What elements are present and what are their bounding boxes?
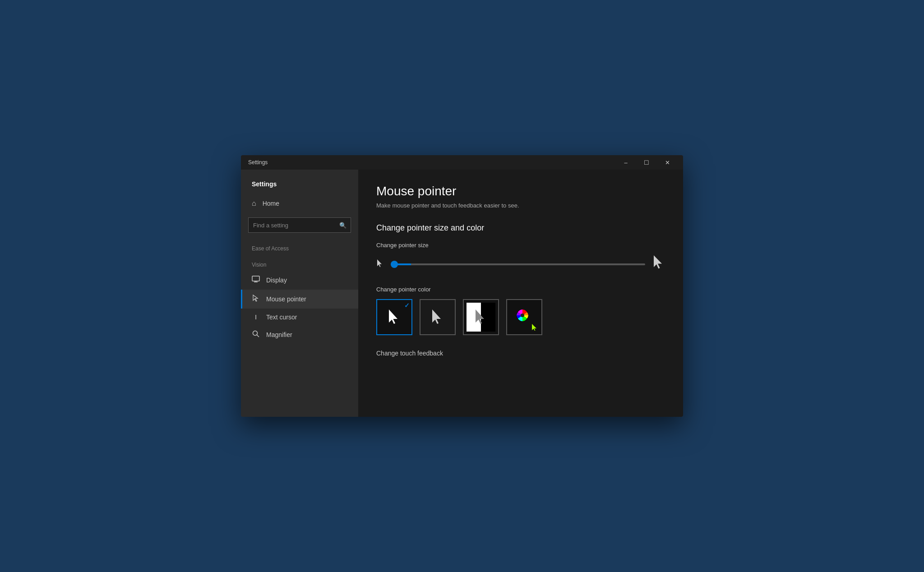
- cursor-large-icon: [652, 255, 665, 273]
- sidebar-item-text-cursor[interactable]: I Text cursor: [241, 309, 358, 325]
- sidebar-item-display[interactable]: Display: [241, 271, 358, 290]
- section-ease-of-access: Ease of Access: [241, 238, 358, 254]
- sidebar-item-text-label: Text cursor: [266, 314, 297, 321]
- pointer-size-slider-container: [376, 255, 665, 273]
- color-wheel-icon: [516, 309, 532, 325]
- color-option-inverted[interactable]: [463, 299, 499, 335]
- sidebar-item-magnifier-label: Magnifier: [266, 331, 292, 338]
- content-area: Settings ⌂ Home 🔍 Ease of Access Vision: [241, 170, 683, 417]
- section-vision: Vision: [241, 254, 358, 271]
- window-title: Settings: [248, 159, 268, 166]
- page-title: Mouse pointer: [376, 184, 665, 198]
- inverted-cursor-icon: [474, 309, 488, 325]
- sidebar-item-mouse-label: Mouse pointer: [266, 295, 306, 303]
- display-icon: [252, 275, 260, 285]
- minimize-button[interactable]: –: [615, 155, 636, 170]
- color-label: Change pointer color: [376, 286, 665, 293]
- touch-feedback-label: Change touch feedback: [376, 350, 665, 357]
- size-label: Change pointer size: [376, 242, 665, 249]
- sidebar-item-display-label: Display: [266, 277, 287, 284]
- text-cursor-icon: I: [252, 313, 260, 321]
- window-controls: – ☐ ✕: [615, 155, 678, 170]
- search-input[interactable]: [248, 217, 351, 233]
- selected-checkmark: ✓: [404, 302, 410, 309]
- sidebar-item-home[interactable]: ⌂ Home: [241, 195, 358, 212]
- svg-rect-0: [252, 276, 259, 281]
- sidebar-item-magnifier[interactable]: Magnifier: [241, 325, 358, 344]
- magnifier-icon: [252, 330, 260, 340]
- sidebar: Settings ⌂ Home 🔍 Ease of Access Vision: [241, 170, 358, 417]
- color-option-custom[interactable]: [506, 299, 542, 335]
- page-subtitle: Make mouse pointer and touch feedback ea…: [376, 202, 665, 209]
- mouse-pointer-icon: [252, 294, 260, 304]
- color-options: ✓: [376, 299, 665, 335]
- home-icon: ⌂: [252, 199, 256, 208]
- cursor-small-icon: [376, 259, 383, 270]
- color-option-black[interactable]: ✓: [376, 299, 412, 335]
- svg-point-6: [521, 314, 524, 317]
- black-cursor-icon: [388, 309, 401, 325]
- white-cursor-icon: [431, 309, 444, 325]
- close-button[interactable]: ✕: [657, 155, 678, 170]
- svg-line-4: [257, 335, 259, 337]
- main-content: Mouse pointer Make mouse pointer and tou…: [358, 170, 683, 417]
- sidebar-title: Settings: [241, 170, 358, 195]
- search-box: 🔍: [248, 217, 351, 233]
- custom-cursor-icon: [531, 323, 539, 332]
- title-bar: Settings – ☐ ✕: [241, 155, 683, 170]
- home-label: Home: [263, 200, 279, 207]
- section-title-size-color: Change pointer size and color: [376, 223, 665, 233]
- maximize-button[interactable]: ☐: [636, 155, 657, 170]
- sidebar-item-mouse-pointer[interactable]: Mouse pointer: [241, 290, 358, 309]
- pointer-size-slider[interactable]: [391, 263, 645, 265]
- settings-window: Settings – ☐ ✕ Settings ⌂ Home 🔍 Ease of…: [241, 155, 683, 417]
- color-option-white[interactable]: [420, 299, 456, 335]
